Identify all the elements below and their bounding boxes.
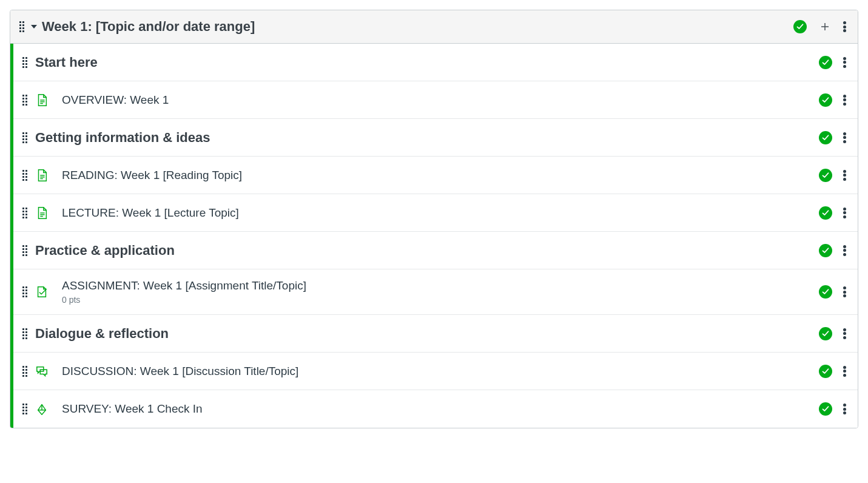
- subheader-label[interactable]: Start here: [35, 55, 819, 70]
- item-subtext: 0 pts: [62, 295, 819, 305]
- doc-icon: [35, 206, 49, 220]
- drag-handle-icon[interactable]: [22, 287, 28, 297]
- row-actions: [819, 244, 847, 257]
- item-title-link[interactable]: SURVEY: Week 1 Check In: [62, 402, 819, 416]
- discussion-icon: [35, 365, 49, 378]
- item-title-link[interactable]: READING: Week 1 [Reading Topic]: [62, 169, 819, 182]
- row-actions: [819, 56, 847, 69]
- published-check-icon[interactable]: [819, 93, 832, 107]
- doc-icon: [35, 169, 49, 182]
- published-check-icon[interactable]: [819, 244, 832, 257]
- drag-handle-icon[interactable]: [22, 95, 28, 105]
- item-title-link[interactable]: DISCUSSION: Week 1 [Discussion Title/Top…: [62, 365, 819, 378]
- subheader-row: Getting information & ideas: [13, 119, 858, 157]
- row-actions: [819, 93, 847, 107]
- add-item-button[interactable]: [818, 19, 832, 34]
- module-options-menu-icon[interactable]: [843, 20, 847, 33]
- published-check-icon[interactable]: [793, 20, 807, 33]
- published-check-icon[interactable]: [819, 327, 832, 340]
- drag-handle-icon[interactable]: [22, 208, 28, 218]
- published-check-icon[interactable]: [819, 206, 832, 220]
- subheader-label[interactable]: Dialogue & reflection: [35, 326, 819, 342]
- quiz-icon: [35, 402, 49, 416]
- item-options-menu-icon[interactable]: [843, 285, 847, 299]
- item-options-menu-icon[interactable]: [843, 365, 847, 378]
- item-content: OVERVIEW: Week 1: [62, 93, 819, 107]
- drag-handle-icon[interactable]: [22, 329, 28, 339]
- drag-handle-icon[interactable]: [22, 58, 28, 67]
- row-actions: [819, 285, 847, 299]
- published-check-icon[interactable]: [819, 365, 832, 378]
- collapse-caret-icon[interactable]: [31, 25, 37, 29]
- row-actions: [819, 365, 847, 378]
- item-options-menu-icon[interactable]: [843, 131, 847, 144]
- published-check-icon[interactable]: [819, 402, 832, 416]
- module-header: Week 1: [Topic and/or date range]: [10, 10, 858, 44]
- module-title[interactable]: Week 1: [Topic and/or date range]: [42, 19, 793, 35]
- item-content: SURVEY: Week 1 Check In: [62, 402, 819, 416]
- module-item-row: ASSIGNMENT: Week 1 [Assignment Title/Top…: [13, 269, 858, 315]
- row-actions: [819, 206, 847, 220]
- module-item-row: DISCUSSION: Week 1 [Discussion Title/Top…: [13, 353, 858, 390]
- subheader-row: Dialogue & reflection: [13, 315, 858, 353]
- item-options-menu-icon[interactable]: [843, 169, 847, 182]
- row-actions: [819, 327, 847, 340]
- item-options-menu-icon[interactable]: [843, 56, 847, 69]
- module-item-row: LECTURE: Week 1 [Lecture Topic]: [13, 194, 858, 232]
- subheader-label[interactable]: Practice & application: [35, 243, 819, 258]
- drag-handle-icon[interactable]: [22, 133, 28, 143]
- item-content: READING: Week 1 [Reading Topic]: [62, 169, 819, 182]
- assignment-icon: [35, 285, 49, 299]
- item-content: DISCUSSION: Week 1 [Discussion Title/Top…: [62, 365, 819, 378]
- module: Week 1: [Topic and/or date range] Start …: [10, 10, 858, 428]
- drag-handle-icon[interactable]: [19, 22, 25, 32]
- item-options-menu-icon[interactable]: [843, 206, 847, 220]
- module-item-row: SURVEY: Week 1 Check In: [13, 390, 858, 428]
- published-check-icon[interactable]: [819, 56, 832, 69]
- subheader-row: Practice & application: [13, 232, 858, 269]
- drag-handle-icon[interactable]: [22, 404, 28, 414]
- doc-icon: [35, 93, 49, 107]
- drag-handle-icon[interactable]: [22, 246, 28, 255]
- item-title-link[interactable]: LECTURE: Week 1 [Lecture Topic]: [62, 206, 819, 220]
- published-check-icon[interactable]: [819, 285, 832, 299]
- subheader-label[interactable]: Getting information & ideas: [35, 130, 819, 146]
- row-actions: [819, 402, 847, 416]
- drag-handle-icon[interactable]: [22, 366, 28, 376]
- module-item-row: READING: Week 1 [Reading Topic]: [13, 157, 858, 194]
- item-content: ASSIGNMENT: Week 1 [Assignment Title/Top…: [62, 279, 819, 305]
- published-check-icon[interactable]: [819, 131, 832, 144]
- published-check-icon[interactable]: [819, 169, 832, 182]
- row-actions: [819, 131, 847, 144]
- item-options-menu-icon[interactable]: [843, 327, 847, 340]
- item-options-menu-icon[interactable]: [843, 402, 847, 416]
- module-item-row: OVERVIEW: Week 1: [13, 81, 858, 119]
- item-content: LECTURE: Week 1 [Lecture Topic]: [62, 206, 819, 220]
- item-title-link[interactable]: ASSIGNMENT: Week 1 [Assignment Title/Top…: [62, 279, 819, 292]
- subheader-row: Start here: [13, 44, 858, 81]
- module-body: Start hereOVERVIEW: Week 1Getting inform…: [10, 44, 858, 428]
- drag-handle-icon[interactable]: [22, 171, 28, 180]
- item-options-menu-icon[interactable]: [843, 244, 847, 257]
- module-actions: [793, 19, 847, 34]
- item-title-link[interactable]: OVERVIEW: Week 1: [62, 93, 819, 107]
- row-actions: [819, 169, 847, 182]
- item-options-menu-icon[interactable]: [843, 93, 847, 107]
